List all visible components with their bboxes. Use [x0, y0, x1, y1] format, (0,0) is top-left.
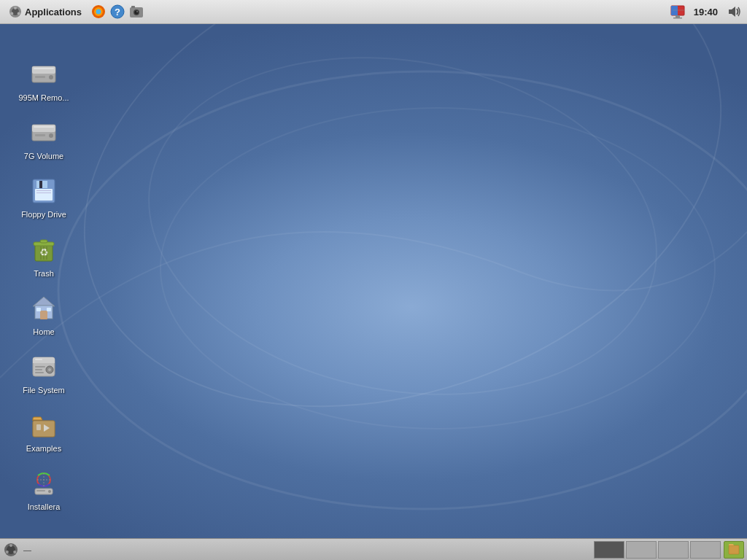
svg-point-73	[9, 544, 12, 547]
taskbar-title: —	[23, 545, 31, 554]
icon-home[interactable]: Home	[11, 286, 77, 341]
taskbar-menu-icon[interactable]	[3, 542, 19, 558]
icon-7g-volume[interactable]: 7G Volume	[11, 110, 77, 166]
svg-rect-51	[35, 306, 53, 319]
bottom-panel: —	[0, 538, 747, 560]
top-panel: Applications ?	[0, 0, 747, 24]
svg-rect-27	[35, 76, 45, 78]
volume-tray-icon[interactable]	[725, 3, 743, 20]
svg-point-14	[136, 11, 138, 12]
floppy-drive-icon-img	[26, 173, 61, 208]
svg-point-57	[48, 368, 51, 371]
svg-rect-55	[35, 359, 42, 360]
taskbar-start-icon	[4, 542, 18, 557]
trash-icon-img: ♻	[26, 232, 61, 267]
995m-remote-icon-img	[26, 56, 61, 91]
icon-995m-remote[interactable]: 995M Remo...	[11, 52, 77, 107]
svg-rect-41	[40, 240, 47, 243]
volume-icon	[726, 4, 742, 20]
icon-examples[interactable]: Examples	[11, 402, 77, 458]
workspace-1[interactable]	[594, 541, 624, 559]
examples-label: Examples	[26, 444, 61, 454]
svg-rect-19	[673, 18, 682, 19]
clock-display: 19:40	[689, 5, 722, 19]
workspace-3[interactable]	[658, 541, 689, 559]
icon-file-system[interactable]: File System	[11, 344, 77, 400]
svg-rect-18	[676, 15, 680, 18]
installera-label: Installera	[28, 502, 61, 512]
995m-remote-label: 995M Remo...	[18, 93, 69, 103]
svg-point-13	[135, 11, 139, 15]
examples-icon-img	[26, 407, 61, 442]
workspace-2[interactable]	[626, 541, 657, 559]
help-button[interactable]: ?	[109, 4, 125, 20]
svg-rect-30	[34, 126, 54, 128]
home-label: Home	[33, 327, 54, 337]
svg-point-2	[14, 7, 17, 9]
trash-label: Trash	[34, 269, 54, 279]
network-tray-icon[interactable]	[669, 3, 686, 20]
svg-text:?: ?	[115, 7, 120, 18]
svg-point-21	[58, 71, 747, 509]
show-desktop-button[interactable]	[724, 541, 744, 559]
svg-rect-76	[729, 545, 739, 554]
svg-point-26	[49, 75, 53, 79]
svg-rect-54	[33, 360, 55, 363]
svg-rect-16	[671, 6, 678, 15]
icon-installera[interactable]: Installera	[11, 461, 77, 516]
floppy-drive-label: Floppy Drive	[21, 210, 66, 219]
panel-right: 19:40	[665, 3, 747, 20]
svg-rect-29	[32, 125, 55, 132]
network-icon	[670, 4, 686, 20]
file-system-icon-img	[26, 349, 61, 384]
svg-rect-37	[36, 190, 51, 191]
camera-icon	[128, 4, 144, 20]
svg-rect-70	[36, 490, 45, 491]
svg-rect-58	[35, 366, 45, 368]
screenshot-button[interactable]	[128, 4, 144, 20]
7g-volume-icon-img	[26, 114, 61, 149]
svg-rect-60	[35, 372, 44, 373]
firefox-button[interactable]	[90, 4, 107, 20]
panel-left: Applications ?	[0, 3, 147, 20]
applications-menu[interactable]: Applications	[3, 3, 88, 20]
icon-trash[interactable]: ♻ Trash	[11, 228, 77, 283]
icon-floppy-drive[interactable]: Floppy Drive	[11, 168, 77, 224]
desktop-icons-container: 995M Remo... 7G Volume	[0, 48, 88, 522]
svg-point-75	[6, 551, 9, 553]
svg-rect-32	[35, 134, 45, 136]
svg-point-74	[13, 551, 16, 553]
svg-marker-20	[729, 7, 735, 17]
desktop: 995M Remo... 7G Volume	[0, 24, 747, 538]
svg-rect-64	[33, 421, 55, 437]
svg-point-22	[160, 108, 715, 429]
svg-point-69	[48, 490, 51, 493]
file-system-label: File System	[23, 386, 64, 395]
svg-point-7	[96, 9, 101, 15]
taskbar-left: —	[0, 542, 34, 558]
7g-volume-label: 7G Volume	[24, 152, 63, 161]
svg-point-4	[10, 12, 13, 15]
svg-rect-59	[35, 369, 42, 370]
svg-rect-25	[34, 68, 54, 69]
applications-icon	[9, 5, 22, 18]
workspace-4[interactable]	[690, 541, 721, 559]
firefox-icon	[90, 4, 107, 20]
svg-point-3	[18, 12, 20, 15]
help-icon: ?	[109, 4, 125, 20]
svg-marker-46	[33, 297, 55, 306]
svg-point-31	[49, 133, 53, 138]
svg-rect-24	[32, 66, 55, 74]
svg-rect-36	[39, 181, 42, 188]
home-icon-img	[26, 290, 61, 325]
installera-icon-img	[26, 465, 61, 500]
svg-rect-11	[131, 6, 135, 8]
svg-rect-38	[36, 192, 51, 193]
workspace-switcher	[594, 541, 747, 559]
applications-label: Applications	[25, 7, 82, 18]
